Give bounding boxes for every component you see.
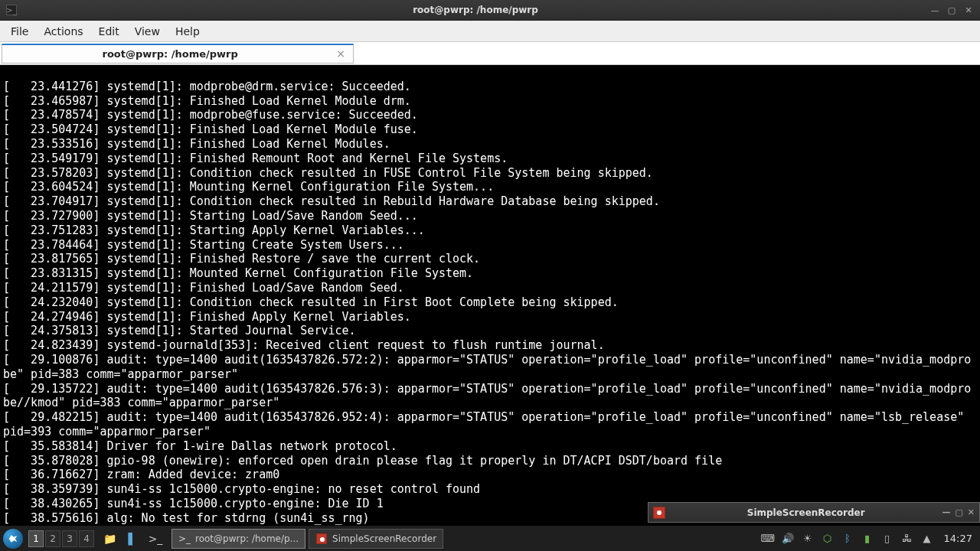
terminal-output[interactable]: [ 23.441276] systemd[1]: modprobe@drm.se… — [0, 65, 980, 526]
terminal-line: [ 24.375813] systemd[1]: Started Journal… — [3, 324, 977, 338]
workspace-2[interactable]: 2 — [45, 530, 60, 547]
terminal-line: [ 23.441276] systemd[1]: modprobe@drm.se… — [3, 80, 977, 94]
record-icon — [653, 507, 665, 519]
terminal-line: [ 24.823439] systemd-journald[353]: Rece… — [3, 338, 977, 353]
terminal-line: [ 29.135722] audit: type=1400 audit(1635… — [3, 382, 977, 411]
terminal-line: [ 23.704917] systemd[1]: Condition check… — [3, 194, 977, 209]
window-titlebar: >_ root@pwrp: /home/pwrp — ▢ ✕ — [0, 0, 980, 21]
ssr-maximize-button[interactable]: ▢ — [955, 507, 962, 517]
terminal-line: [ 29.482215] audit: type=1400 audit(1635… — [3, 410, 977, 439]
brightness-icon[interactable]: ☀ — [802, 533, 814, 545]
network-icon[interactable]: 🖧 — [901, 533, 913, 545]
maximize-button[interactable]: ▢ — [946, 5, 957, 15]
menu-edit[interactable]: Edit — [91, 22, 127, 41]
terminal-line: [ 23.478574] systemd[1]: modprobe@fuse.s… — [3, 108, 977, 122]
taskbar-task-ssr[interactable]: SimpleScreenRecorder — [309, 529, 443, 549]
terminal-line: [ 24.232040] systemd[1]: Condition check… — [3, 295, 977, 310]
terminal-line: [ 23.751283] systemd[1]: Starting Apply … — [3, 223, 977, 238]
terminal-launcher[interactable]: >_ — [145, 529, 165, 549]
battery-empty-icon[interactable]: ▯ — [881, 533, 893, 545]
ssr-close-button[interactable]: ✕ — [968, 507, 975, 517]
tabbar: root@pwrp: /home/pwrp × — [0, 42, 980, 65]
start-menu-button[interactable] — [3, 529, 23, 549]
record-icon — [315, 533, 328, 545]
terminal-line: [ 23.831315] systemd[1]: Mounted Kernel … — [3, 266, 977, 281]
window-title: root@pwrp: /home/pwrp — [21, 5, 929, 15]
terminal-line: [ 23.504724] systemd[1]: Finished Load K… — [3, 122, 977, 137]
taskbar-task-terminal[interactable]: >_ root@pwrp: /home/p... — [172, 529, 305, 549]
workspace-4[interactable]: 4 — [79, 530, 94, 547]
terminal-line: [ 23.784464] systemd[1]: Starting Create… — [3, 238, 977, 253]
keyboard-icon[interactable]: ⌨ — [762, 533, 774, 545]
workspace-1[interactable]: 1 — [28, 530, 44, 547]
workspace-3[interactable]: 3 — [62, 530, 77, 547]
terminal-icon: >_ — [178, 533, 191, 545]
system-tray: ⌨ 🔊 ☀ ⬡ ᛒ ▮ ▯ 🖧 ▲ 14:27 — [762, 533, 972, 545]
menubar: File Actions Edit View Help — [0, 21, 980, 42]
file-manager-launcher[interactable]: 📁 — [100, 529, 119, 549]
ssr-minimize-button[interactable]: — — [942, 507, 950, 517]
menu-help[interactable]: Help — [168, 22, 207, 41]
tab-close-button[interactable]: × — [336, 47, 345, 60]
tab-label: root@pwrp: /home/pwrp — [10, 48, 330, 60]
terminal-line: [ 23.604524] systemd[1]: Mounting Kernel… — [3, 180, 977, 194]
notifications-icon[interactable]: ▲ — [921, 533, 933, 545]
task-label: root@pwrp: /home/p... — [195, 533, 299, 544]
menu-view[interactable]: View — [127, 22, 168, 41]
updates-shield-icon[interactable]: ⬡ — [822, 533, 834, 545]
terminal-line: [ 23.727900] systemd[1]: Starting Load/S… — [3, 209, 977, 223]
menu-actions[interactable]: Actions — [36, 22, 90, 41]
chat-launcher[interactable]: ▌ — [122, 529, 142, 549]
terminal-line: [ 24.274946] systemd[1]: Finished Apply … — [3, 310, 977, 324]
battery-full-icon[interactable]: ▮ — [861, 533, 874, 545]
terminal-line: [ 35.583814] Driver for 1-wire Dallas ne… — [3, 439, 977, 454]
terminal-line: [ 23.533516] systemd[1]: Finished Load K… — [3, 137, 977, 152]
close-button[interactable]: ✕ — [963, 5, 974, 15]
terminal-line: [ 23.578203] systemd[1]: Condition check… — [3, 166, 977, 181]
terminal-line: [ 23.465987] systemd[1]: Finished Load K… — [3, 94, 977, 109]
dragon-icon — [8, 533, 18, 544]
task-label: SimpleScreenRecorder — [332, 533, 436, 544]
terminal-line: [ 23.549179] systemd[1]: Finished Remoun… — [3, 152, 977, 166]
terminal-line: [ 23.817565] systemd[1]: Finished Restor… — [3, 252, 977, 266]
volume-icon[interactable]: 🔊 — [782, 533, 794, 545]
tab-terminal[interactable]: root@pwrp: /home/pwrp × — [2, 44, 354, 64]
bluetooth-icon[interactable]: ᛒ — [841, 533, 854, 545]
terminal-line: [ 38.359739] sun4i-ss 1c15000.crypto-eng… — [3, 482, 977, 497]
terminal-line: [ 24.211579] systemd[1]: Finished Load/S… — [3, 281, 977, 295]
minimize-button[interactable]: — — [929, 5, 940, 15]
ssr-window-titlebar[interactable]: SimpleScreenRecorder — ▢ ✕ — [648, 502, 980, 523]
terminal-icon: >_ — [6, 5, 17, 15]
menu-file[interactable]: File — [3, 22, 36, 41]
ssr-title: SimpleScreenRecorder — [670, 507, 942, 518]
taskbar: 1 2 3 4 📁 ▌ >_ >_ root@pwrp: /home/p... … — [0, 526, 980, 551]
terminal-line: [ 29.100876] audit: type=1400 audit(1635… — [3, 353, 977, 382]
terminal-line: [ 35.878028] gpio-98 (onewire): enforced… — [3, 454, 977, 468]
terminal-line: [ 36.716627] zram: Added device: zram0 — [3, 468, 977, 482]
clock[interactable]: 14:27 — [944, 533, 972, 544]
